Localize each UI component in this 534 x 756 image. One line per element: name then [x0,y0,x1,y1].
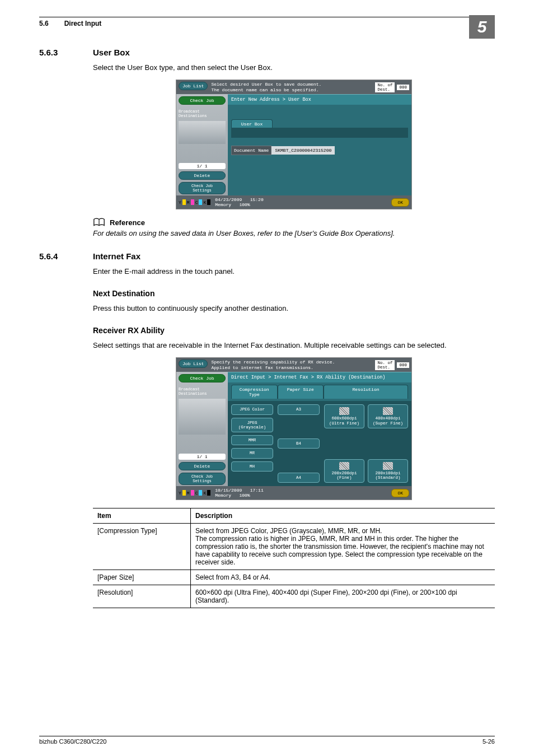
opt-mmr[interactable]: MMR [231,435,273,445]
delete-button[interactable]: Delete [179,171,226,180]
screenshot-rx-ability: Job List Specify the receiving capabilit… [176,357,412,500]
reference-icon [93,217,105,227]
next-dest-heading: Next Destination [93,289,495,298]
date: 10/15/2009 [215,488,242,493]
cell-desc: Select from JPEG Color, JPEG (Grayscale)… [191,524,495,570]
toner-indicator: YMCK [179,199,210,205]
description-table: Item Description [Compression Type] Sele… [93,508,495,608]
header-sec-title: Direct Input [64,20,102,27]
opt-a4[interactable]: A4 [278,473,320,483]
dest-value: 000 [397,85,409,90]
opt-a3[interactable]: A3 [278,404,320,414]
cell-item: [Compression Type] [93,524,191,570]
check-settings-button[interactable]: Check Job Settings [179,473,226,485]
heading-num-563: 5.6.3 [39,48,93,57]
rx-ability-heading: Receiver RX Ability [93,326,495,335]
screenshot-user-box: Job List Select desired User Box to save… [176,80,412,209]
memory-value: 100% [239,202,250,207]
reference-label: Reference [110,218,145,227]
check-job-button[interactable]: Check Job [179,96,226,105]
broadcast-label: Broadcast Destinations [179,110,226,118]
breadcrumb: Direct Input > Internet Fax > RX Ability… [228,372,411,382]
opt-200dpi-std[interactable]: 200x100dpi (Standard) [368,459,408,483]
table-row: [Compression Type] Select from JPEG Colo… [93,524,495,570]
tab-paper-size[interactable]: Paper Size [278,385,324,399]
resolution-icon [339,407,349,415]
memory-label: Memory [215,202,231,207]
breadcrumb: Enter New Address > User Box [228,94,411,105]
next-dest-text: Press this button to continuously specif… [93,304,495,314]
footer-page: 5-26 [483,738,495,745]
page-indicator: 1/ 1 [179,454,226,460]
doc-name-value[interactable]: SKMBT_C28009042315200 [271,146,335,155]
tab-compression[interactable]: Compression Type [231,385,278,399]
dest-label: No. of Dest. [375,360,395,370]
intro-564: Enter the E-mail address in the touch pa… [93,267,495,277]
dest-label: No. of Dest. [375,82,395,92]
job-list-button[interactable]: Job List [179,82,208,90]
th-desc: Description [191,508,495,524]
header-sec-num: 5.6 [39,20,49,27]
opt-600dpi[interactable]: 600x600dpi (Ultra Fine) [324,404,364,428]
job-list-button[interactable]: Job List [179,360,208,368]
memory-label: Memory [215,493,231,498]
time: 17:11 [250,488,264,493]
page-indicator: 1/ 1 [179,163,226,169]
cell-item: [Paper Size] [93,570,191,585]
doc-name-label: Document Name [231,146,271,155]
chapter-badge: 5 [469,15,495,39]
rx-ability-text: Select settings that are receivable in t… [93,340,495,351]
heading-title-563: User Box [93,48,130,57]
heading-num-564: 5.6.4 [39,251,93,261]
opt-200dpi-fine[interactable]: 200x200dpi (Fine) [324,459,364,483]
resolution-icon [383,462,393,470]
opt-400dpi[interactable]: 400x400dpi (Super Fine) [368,404,408,428]
intro-563: Select the User Box type, and then selec… [93,63,495,73]
table-row: [Resolution] 600×600 dpi (Ultra Fine), 4… [93,585,495,608]
resolution-icon [383,407,393,415]
broadcast-label: Broadcast Destinations [179,388,226,396]
toner-indicator: YMCK [179,490,210,496]
opt-mr[interactable]: MR [231,448,273,458]
user-box-tab[interactable]: User Box [231,119,273,128]
check-settings-button[interactable]: Check Job Settings [179,182,226,194]
memory-value: 100% [239,493,250,498]
opt-jpeg-gray[interactable]: JPEG (Grayscale) [231,418,273,433]
heading-title-564: Internet Fax [93,251,140,261]
delete-button[interactable]: Delete [179,462,226,470]
tab-resolution[interactable]: Resolution [324,385,408,399]
table-row: [Paper Size] Select from A3, B4 or A4. [93,570,495,585]
resolution-icon [339,462,349,470]
date: 04/23/2009 [215,197,242,202]
footer-product: bizhub C360/C280/C220 [39,738,106,745]
top-message: Specify the receiving capability of RX d… [211,360,335,370]
time: 15:20 [250,197,264,202]
cell-desc: Select from A3, B4 or A4. [191,570,495,585]
ok-button[interactable]: OK [391,489,409,497]
opt-jpeg-color[interactable]: JPEG Color [231,404,273,414]
cell-desc: 600×600 dpi (Ultra Fine), 400×400 dpi (S… [191,585,495,608]
ok-button[interactable]: OK [391,198,409,207]
cell-item: [Resolution] [93,585,191,608]
opt-b4[interactable]: B4 [278,438,320,449]
reference-text: For details on using the saved data in U… [93,228,495,239]
dest-value: 000 [397,362,409,368]
th-item: Item [93,508,191,524]
top-message: Select desired User Box to save document… [211,82,321,92]
opt-mh[interactable]: MH [231,461,273,472]
check-job-button[interactable]: Check Job [179,374,226,382]
